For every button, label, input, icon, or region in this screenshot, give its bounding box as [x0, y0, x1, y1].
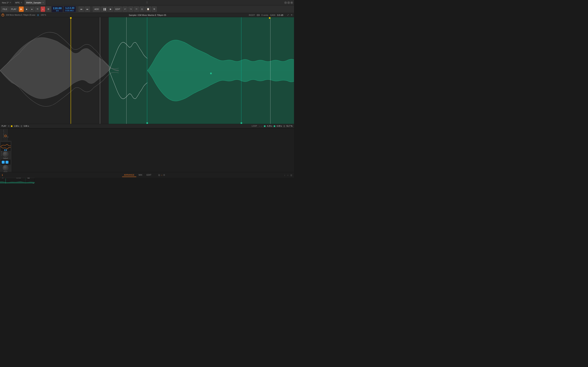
- clip-launch-button[interactable]: ⊞: [46, 7, 51, 12]
- tab-mpe-label: MPE: [15, 1, 20, 4]
- status-btn-1[interactable]: ↕: [284, 174, 285, 176]
- file-button[interactable]: FILE: [1, 7, 9, 12]
- record-button[interactable]: ●: [29, 7, 34, 12]
- tab-new2-close[interactable]: ✕: [9, 1, 11, 4]
- play-button[interactable]: PLAY: [9, 7, 18, 12]
- loop-info: LOOP →→ 4.29 s 6.09 s ||| 51.7 %: [252, 125, 293, 127]
- bounce-icon[interactable]: ⟲: [8, 125, 9, 127]
- clip-icon: ⊞: [47, 8, 49, 10]
- maximize-button[interactable]: □: [287, 1, 290, 4]
- toolbar-separator-2: [91, 7, 92, 11]
- meter-button[interactable]: ▐▐: [101, 7, 108, 12]
- duplicate-button[interactable]: ⧉: [152, 7, 157, 12]
- status-right: ↕ ↔ |||: [284, 174, 292, 176]
- arrange-tab[interactable]: ARRANGE: [122, 173, 136, 177]
- undo-button[interactable]: ↩: [122, 7, 128, 12]
- sample-filename: EM Mvoc Mantra E 70bpm 05.wav: [6, 14, 35, 16]
- edit-button[interactable]: EDIT: [114, 7, 122, 12]
- cut-button[interactable]: ✂: [134, 7, 139, 12]
- root-cents[interactable]: 0 cents: [261, 14, 268, 16]
- waveform-icon: |||: [284, 125, 285, 127]
- loop-end-time[interactable]: 6.09 s: [277, 125, 282, 127]
- tab-bws4[interactable]: BWS4_Sampler ✕: [24, 0, 46, 5]
- expand-icon[interactable]: ⤢: [287, 14, 289, 16]
- start-marker-handle[interactable]: [70, 17, 72, 19]
- transport-play-button[interactable]: ▶: [19, 7, 24, 12]
- waveform-display[interactable]: [0, 17, 294, 124]
- play-indicator[interactable]: PLAY: [1, 125, 6, 127]
- stop-button[interactable]: ■: [24, 7, 29, 12]
- play-pos[interactable]: 1.68 s: [14, 125, 19, 127]
- close-button[interactable]: ✕: [290, 1, 293, 4]
- plus-icon: +: [42, 8, 43, 10]
- mini-thumbnail: [0, 142, 11, 151]
- forward-button[interactable]: ⏭: [85, 7, 90, 12]
- edit-label: EDIT: [115, 8, 120, 10]
- settings-icon[interactable]: ☰: [7, 129, 9, 138]
- loop-end-handle[interactable]: [241, 122, 242, 124]
- edit-status-label: EDIT: [147, 174, 151, 176]
- tab-mpe-close[interactable]: ✕: [21, 1, 22, 4]
- grid-status-icon[interactable]: ⊞: [163, 174, 165, 176]
- loop-point-marker[interactable]: [210, 73, 212, 74]
- region-start-marker[interactable]: [100, 17, 100, 124]
- bottom-section: SAMPLER SAMPLER ☰: [0, 128, 294, 172]
- close-sampler-icon[interactable]: ✕: [291, 14, 293, 16]
- tab-new2[interactable]: New 2* ✕: [0, 0, 13, 5]
- arrange-label: ARRANGE: [124, 174, 134, 176]
- sampler-title: Sampler / EM Mvoc Mantra E 70bpm 05: [48, 14, 247, 16]
- link-status-icon[interactable]: ⛓: [158, 174, 160, 176]
- play2-button[interactable]: ▶: [108, 7, 113, 12]
- info-icon[interactable]: ℹ: [2, 174, 3, 176]
- region-end-marker[interactable]: [126, 17, 127, 124]
- file-label: FILE: [3, 8, 7, 10]
- mix-tab[interactable]: MIX: [137, 173, 144, 177]
- edit-status-tab[interactable]: EDIT: [145, 173, 153, 177]
- mini-wf-canvas[interactable]: [0, 179, 35, 184]
- select-control: Select: [3, 151, 9, 159]
- redo-button[interactable]: ↪: [128, 7, 133, 12]
- loop-start-marker[interactable]: [147, 17, 147, 124]
- loop-pct[interactable]: 51.7 %: [286, 125, 293, 127]
- sampler-header: EM Mvoc Mantra E 70bpm 05.wav ||| 100 % …: [0, 13, 294, 17]
- marker-sq-left: [11, 125, 12, 127]
- loop-transport-button[interactable]: ⟲: [35, 7, 40, 12]
- loop-start-handle[interactable]: [147, 122, 148, 124]
- main-area: EM Mvoc Mantra E 70bpm 05.wav ||| 100 % …: [0, 13, 294, 178]
- tab-bws4-close[interactable]: ✕: [42, 1, 44, 4]
- tab-bws4-label: BWS4_Sampler: [26, 1, 41, 4]
- position-bars[interactable]: 1.2.3.33: [65, 7, 74, 9]
- paste-button[interactable]: 📋: [145, 7, 151, 12]
- pitch-knob[interactable]: [3, 165, 9, 171]
- main-toolbar: FILE PLAY ▶ ■ ● ⟲ + ⊞ 110.00 4 / 4 1.2.3…: [0, 5, 294, 13]
- total-len[interactable]: 6.86 s: [24, 125, 29, 127]
- position-time[interactable]: 0:00.863: [65, 9, 74, 12]
- chain-icon[interactable]: ○: [161, 174, 163, 176]
- root-value[interactable]: C3: [257, 14, 259, 16]
- status-btn-3[interactable]: |||: [290, 174, 292, 176]
- gain-value[interactable]: 0.0 dB: [277, 14, 283, 16]
- root-label: ROOT: [249, 14, 255, 16]
- start-marker[interactable]: [71, 17, 71, 124]
- add-button[interactable]: ADD: [93, 7, 101, 12]
- end-marker[interactable]: [270, 17, 270, 124]
- title-bar: New 2* ✕ MPE ✕ BWS4_Sampler ✕ ⠿ — □ ✕: [0, 0, 294, 5]
- minimize-button[interactable]: —: [284, 1, 287, 4]
- status-btn-2[interactable]: ↔: [287, 174, 289, 176]
- power-btn-small[interactable]: [4, 135, 7, 137]
- loop-icon: ⟲: [36, 8, 38, 10]
- play-label: PLAY: [11, 8, 16, 10]
- loop-start-time[interactable]: 4.29 s: [267, 125, 272, 127]
- zoom-level[interactable]: 100 %: [41, 14, 46, 16]
- add-track-button[interactable]: +: [41, 7, 45, 12]
- tab-mpe[interactable]: MPE ✕: [13, 0, 24, 5]
- select-knob[interactable]: [3, 151, 9, 157]
- mix-label: MIX: [138, 174, 142, 176]
- tempo-display[interactable]: 110.00: [53, 7, 62, 10]
- toolbar-separator-1: [77, 7, 77, 11]
- zoom-icon: |||: [37, 14, 39, 16]
- power-icon[interactable]: [1, 14, 4, 17]
- rewind-button[interactable]: ⏮: [78, 7, 84, 12]
- end-marker-handle[interactable]: [269, 17, 270, 19]
- copy-button[interactable]: ⎘: [140, 7, 145, 12]
